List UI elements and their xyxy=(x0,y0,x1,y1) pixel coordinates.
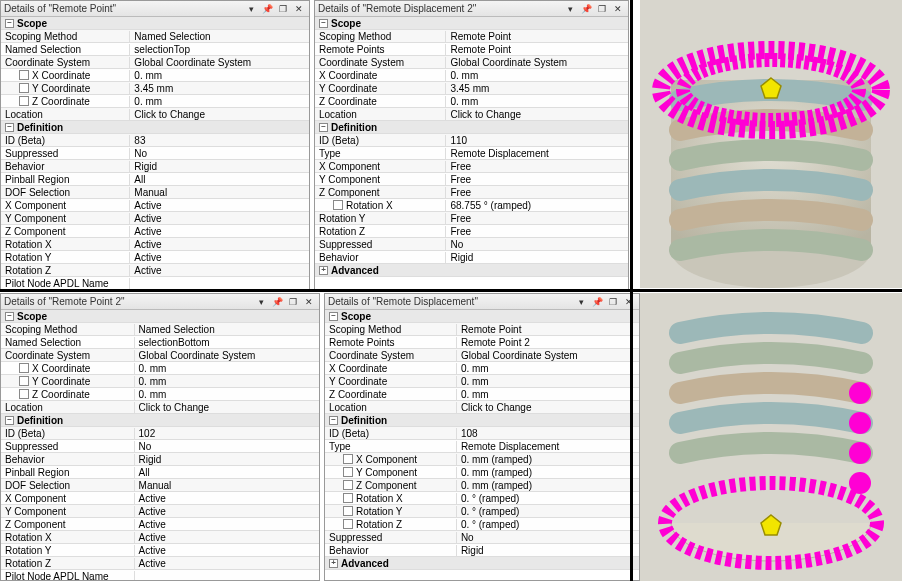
property-row[interactable]: Y Coordinate0. mm xyxy=(1,375,319,388)
property-grid[interactable]: −ScopeScoping MethodRemote PointRemote P… xyxy=(325,310,639,580)
property-value[interactable]: selectionBottom xyxy=(135,337,319,348)
property-row[interactable]: Rotation ZFree xyxy=(315,225,628,238)
property-value[interactable]: Remote Point xyxy=(457,324,639,335)
property-row[interactable]: X Coordinate0. mm xyxy=(1,69,309,82)
property-row[interactable]: Remote PointsRemote Point 2 xyxy=(325,336,639,349)
property-value[interactable]: 110 xyxy=(446,135,628,146)
property-row[interactable]: Rotation X68.755 ° (ramped) xyxy=(315,199,628,212)
pin-icon[interactable]: 📌 xyxy=(579,3,593,15)
property-value[interactable]: Manual xyxy=(135,480,319,491)
section-header[interactable]: +Advanced xyxy=(325,557,639,570)
property-value[interactable]: 0. mm (ramped) xyxy=(457,454,639,465)
property-row[interactable]: Rotation ZActive xyxy=(1,264,309,277)
property-row[interactable]: Coordinate SystemGlobal Coordinate Syste… xyxy=(315,56,628,69)
property-value[interactable]: Click to Change xyxy=(446,109,628,120)
property-row[interactable]: SuppressedNo xyxy=(1,147,309,160)
close-icon[interactable]: ✕ xyxy=(302,296,316,308)
close-icon[interactable]: ✕ xyxy=(622,296,636,308)
property-value[interactable]: No xyxy=(457,532,639,543)
property-value[interactable]: Active xyxy=(130,213,309,224)
property-value[interactable]: Remote Point xyxy=(446,44,628,55)
checkbox[interactable] xyxy=(19,376,29,386)
collapse-icon[interactable]: − xyxy=(329,416,338,425)
property-value[interactable]: 0. mm xyxy=(130,96,309,107)
property-value[interactable]: 68.755 ° (ramped) xyxy=(446,200,628,211)
property-value[interactable]: No xyxy=(446,239,628,250)
property-value[interactable]: Remote Displacement xyxy=(457,441,639,452)
dropdown-icon[interactable]: ▾ xyxy=(244,3,258,15)
close-icon[interactable]: ✕ xyxy=(611,3,625,15)
expand-icon[interactable]: + xyxy=(319,266,328,275)
property-row[interactable]: LocationClick to Change xyxy=(315,108,628,121)
property-grid[interactable]: −ScopeScoping MethodNamed SelectionNamed… xyxy=(1,310,319,580)
property-value[interactable]: Free xyxy=(446,226,628,237)
property-value[interactable]: Remote Point xyxy=(446,31,628,42)
property-row[interactable]: X Coordinate0. mm xyxy=(325,362,639,375)
collapse-icon[interactable]: − xyxy=(329,312,338,321)
property-value[interactable]: Manual xyxy=(130,187,309,198)
window-icon[interactable]: ❐ xyxy=(286,296,300,308)
property-row[interactable]: Rotation Y0. ° (ramped) xyxy=(325,505,639,518)
property-value[interactable]: 108 xyxy=(457,428,639,439)
property-value[interactable]: Click to Change xyxy=(135,402,319,413)
viewport-bottom[interactable] xyxy=(640,293,902,581)
checkbox[interactable] xyxy=(343,506,353,516)
property-row[interactable]: LocationClick to Change xyxy=(1,108,309,121)
property-value[interactable]: No xyxy=(135,441,319,452)
property-row[interactable]: Y Coordinate3.45 mm xyxy=(1,82,309,95)
property-row[interactable]: Scoping MethodRemote Point xyxy=(325,323,639,336)
dropdown-icon[interactable]: ▾ xyxy=(574,296,588,308)
property-value[interactable]: 0. mm xyxy=(457,363,639,374)
window-icon[interactable]: ❐ xyxy=(276,3,290,15)
property-row[interactable]: ID (Beta)108 xyxy=(325,427,639,440)
property-value[interactable]: 102 xyxy=(135,428,319,439)
section-header[interactable]: −Definition xyxy=(325,414,639,427)
property-row[interactable]: Y Component0. mm (ramped) xyxy=(325,466,639,479)
property-value[interactable]: 3.45 mm xyxy=(446,83,628,94)
property-row[interactable]: X ComponentActive xyxy=(1,492,319,505)
property-value[interactable]: 0. mm (ramped) xyxy=(457,480,639,491)
property-value[interactable]: Active xyxy=(130,252,309,263)
details-remote-point-panel[interactable]: Details of "Remote Point"▾📌❐✕−ScopeScopi… xyxy=(0,0,310,290)
window-icon[interactable]: ❐ xyxy=(595,3,609,15)
property-value[interactable]: No xyxy=(130,148,309,159)
property-row[interactable]: Coordinate SystemGlobal Coordinate Syste… xyxy=(1,56,309,69)
property-value[interactable]: Active xyxy=(130,200,309,211)
property-row[interactable]: Rotation Z0. ° (ramped) xyxy=(325,518,639,531)
property-value[interactable]: 3.45 mm xyxy=(130,83,309,94)
property-value[interactable]: Named Selection xyxy=(135,324,319,335)
dropdown-icon[interactable]: ▾ xyxy=(563,3,577,15)
property-row[interactable]: Rotation XActive xyxy=(1,238,309,251)
property-value[interactable]: Global Coordinate System xyxy=(135,350,319,361)
collapse-icon[interactable]: − xyxy=(5,19,14,28)
pin-icon[interactable]: 📌 xyxy=(590,296,604,308)
property-row[interactable]: BehaviorRigid xyxy=(1,160,309,173)
property-row[interactable]: BehaviorRigid xyxy=(325,544,639,557)
property-value[interactable]: 0. mm xyxy=(135,389,319,400)
property-row[interactable]: Y Coordinate0. mm xyxy=(325,375,639,388)
property-row[interactable]: Z Component0. mm (ramped) xyxy=(325,479,639,492)
property-value[interactable]: All xyxy=(130,174,309,185)
property-row[interactable]: ID (Beta)102 xyxy=(1,427,319,440)
property-row[interactable]: SuppressedNo xyxy=(325,531,639,544)
property-value[interactable]: Remote Point 2 xyxy=(457,337,639,348)
property-value[interactable]: Active xyxy=(130,226,309,237)
property-value[interactable]: Remote Displacement xyxy=(446,148,628,159)
property-row[interactable]: Pilot Node APDL Name xyxy=(1,277,309,289)
property-value[interactable]: Click to Change xyxy=(457,402,639,413)
property-row[interactable]: Scoping MethodNamed Selection xyxy=(1,30,309,43)
property-row[interactable]: Z Coordinate0. mm xyxy=(1,388,319,401)
collapse-icon[interactable]: − xyxy=(319,19,328,28)
collapse-icon[interactable]: − xyxy=(5,312,14,321)
section-header[interactable]: +Advanced xyxy=(315,264,628,277)
property-row[interactable]: Rotation YActive xyxy=(1,544,319,557)
property-value[interactable]: Click to Change xyxy=(130,109,309,120)
property-row[interactable]: Y ComponentActive xyxy=(1,505,319,518)
property-value[interactable]: Free xyxy=(446,174,628,185)
property-row[interactable]: LocationClick to Change xyxy=(1,401,319,414)
property-value[interactable]: All xyxy=(135,467,319,478)
property-row[interactable]: TypeRemote Displacement xyxy=(325,440,639,453)
property-row[interactable]: X Component0. mm (ramped) xyxy=(325,453,639,466)
property-value[interactable]: 0. mm xyxy=(135,376,319,387)
close-icon[interactable]: ✕ xyxy=(292,3,306,15)
